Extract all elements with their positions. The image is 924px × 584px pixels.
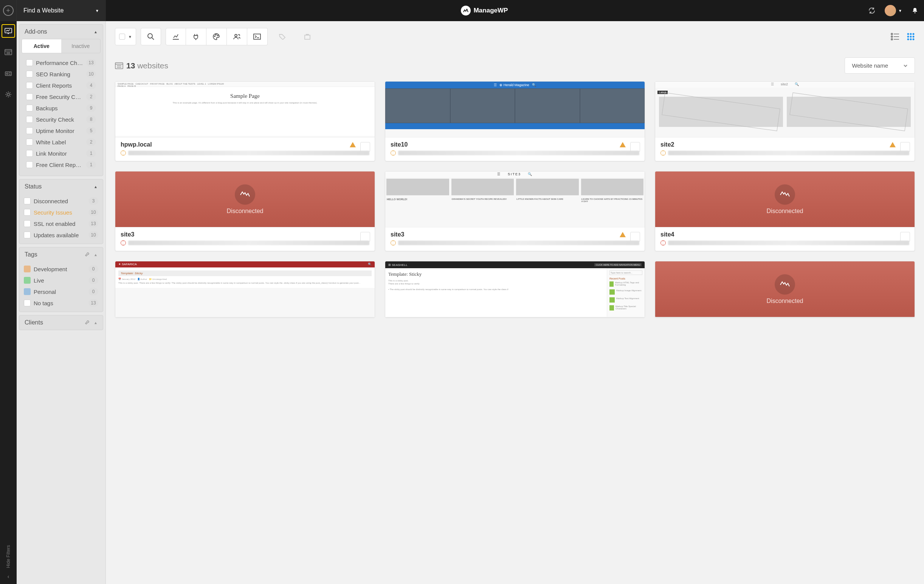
globe-icon <box>660 240 666 245</box>
checkbox[interactable] <box>26 127 33 134</box>
checkbox[interactable] <box>26 161 33 168</box>
filter-label: Disconnected <box>34 198 86 204</box>
checkbox[interactable] <box>26 150 33 157</box>
checkbox[interactable] <box>26 139 33 145</box>
checkbox[interactable] <box>24 209 31 216</box>
websites-count: 13 websites <box>115 61 168 70</box>
site-name: site4 <box>660 231 909 238</box>
client-button[interactable] <box>297 28 318 45</box>
filter-row[interactable]: Performance Ch…13 <box>24 57 98 68</box>
filter-row[interactable]: Backups9 <box>24 102 98 114</box>
filter-row[interactable]: Free Security Ch…2 <box>24 91 98 102</box>
website-card[interactable]: ☰ SITE3 🔍HELLO WORLD!GRANDMA'S SECRET YO… <box>385 171 645 251</box>
plugins-button[interactable] <box>186 28 206 45</box>
select-checkbox[interactable] <box>900 232 910 242</box>
globe-icon <box>120 240 126 245</box>
filter-row[interactable]: Security Issues10 <box>21 207 101 218</box>
svg-point-16 <box>910 33 912 35</box>
tag-button[interactable] <box>272 28 293 45</box>
globe-icon <box>391 240 396 245</box>
filter-row[interactable]: Live0 <box>21 275 101 286</box>
globe-icon <box>391 150 396 156</box>
checkbox[interactable] <box>26 82 33 89</box>
website-card[interactable]: ☰ site2 🔍Latestsite2 <box>655 81 915 161</box>
themes-button[interactable] <box>206 28 227 45</box>
filter-label: Live <box>34 277 86 284</box>
tag-swatch <box>24 266 31 272</box>
select-checkbox[interactable] <box>360 142 370 152</box>
filter-count: 0 <box>89 288 98 295</box>
collapse-rail-button[interactable]: ‹ <box>8 573 10 579</box>
filter-row[interactable]: Personal0 <box>21 286 101 297</box>
filter-row[interactable]: Disconnected3 <box>21 195 101 207</box>
checkbox[interactable] <box>24 220 31 227</box>
filter-label: Updates available <box>34 232 86 239</box>
sort-label: Website name <box>852 63 888 69</box>
filter-row[interactable]: White Label2 <box>24 137 98 148</box>
notifications-button[interactable] <box>906 0 924 21</box>
sort-dropdown[interactable]: Website name <box>845 58 915 74</box>
website-card[interactable]: SAMPLE PAGE CHECKOUT FRONT PAGE BLOG ABO… <box>115 81 375 161</box>
website-card[interactable]: ⊞ SEASHELLCLICK HERE TO ADD NAVIGATION M… <box>385 261 645 317</box>
select-all-dropdown[interactable]: ▼ <box>115 28 136 45</box>
status-header[interactable]: Status ▲ <box>19 179 103 194</box>
refresh-button[interactable] <box>863 0 881 21</box>
rail-settings[interactable] <box>2 88 15 101</box>
filter-label: SSL not enabled <box>34 220 86 227</box>
website-card[interactable]: Disconnectedsite4 <box>655 171 915 251</box>
checkbox[interactable] <box>26 71 33 77</box>
website-card[interactable]: ☰ ⊕ Herald Magazine 🔍site10 <box>385 81 645 161</box>
user-menu[interactable]: ▼ <box>881 5 906 16</box>
filter-row[interactable]: Client Reports4 <box>24 80 98 91</box>
filter-row[interactable]: No tags13 <box>21 297 101 309</box>
select-checkbox[interactable] <box>900 142 910 152</box>
console-button[interactable] <box>247 28 268 45</box>
svg-point-17 <box>912 33 914 35</box>
select-checkbox[interactable] <box>630 142 640 152</box>
clients-header[interactable]: Clients ▲ <box>19 316 103 330</box>
chevron-up-icon: ▲ <box>94 321 97 325</box>
checkbox[interactable] <box>26 93 33 100</box>
hide-filters-toggle[interactable]: Hide Filters <box>6 545 11 568</box>
filter-row[interactable]: Updates available10 <box>21 229 101 241</box>
filter-row[interactable]: SEO Ranking10 <box>24 68 98 80</box>
website-card[interactable]: Disconnected <box>655 261 915 317</box>
grid-view-button[interactable] <box>907 33 915 41</box>
checkbox[interactable] <box>26 59 33 66</box>
site-name: site2 <box>660 141 909 148</box>
filter-count: 3 <box>89 197 98 205</box>
website-card[interactable]: ✦ SAFARICA🔍Template: Sticky📅 January 201… <box>115 261 375 317</box>
rail-websites[interactable] <box>2 45 15 59</box>
filter-row[interactable]: Security Check8 <box>24 114 98 125</box>
users-button[interactable] <box>227 28 247 45</box>
clients-title: Clients <box>25 319 43 326</box>
filter-row[interactable]: Development0 <box>21 263 101 275</box>
checkbox[interactable] <box>24 232 31 239</box>
select-checkbox[interactable] <box>360 232 370 242</box>
tags-header[interactable]: Tags ▲ <box>19 247 103 262</box>
filter-row[interactable]: Uptime Monitor5 <box>24 125 98 137</box>
list-view-button[interactable] <box>891 33 900 40</box>
filter-row[interactable]: Free Client Rep…1 <box>24 159 98 170</box>
avatar <box>885 5 896 16</box>
rail-clients[interactable] <box>2 66 15 80</box>
tab-inactive[interactable]: Inactive <box>61 39 101 53</box>
checkbox[interactable] <box>26 116 33 123</box>
wrench-icon <box>85 252 90 257</box>
rail-overview[interactable] <box>2 24 15 38</box>
count-number: 13 <box>126 61 135 70</box>
filter-label: Personal <box>34 289 86 295</box>
analytics-button[interactable] <box>166 28 186 45</box>
filter-row[interactable]: SSL not enabled13 <box>21 218 101 229</box>
checkbox[interactable] <box>26 105 33 112</box>
find-website-dropdown[interactable]: Find a Website ▼ <box>16 0 106 21</box>
search-button[interactable] <box>141 28 161 45</box>
add-website-button[interactable]: + <box>0 0 16 21</box>
website-card[interactable]: Disconnectedsite3 <box>115 171 375 251</box>
select-checkbox[interactable] <box>630 232 640 242</box>
tab-active[interactable]: Active <box>22 39 61 53</box>
filter-label: Link Monitor <box>36 150 83 157</box>
filter-row[interactable]: Link Monitor1 <box>24 148 98 159</box>
checkbox[interactable] <box>24 197 31 204</box>
addons-header[interactable]: Add-ons ▲ <box>19 25 103 39</box>
